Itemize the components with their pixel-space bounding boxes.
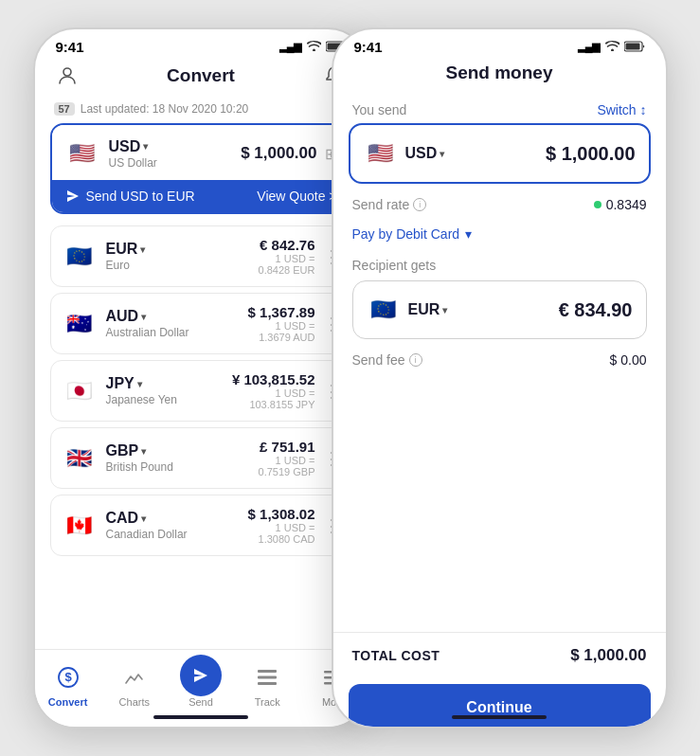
eur-flag-recipient: 🇪🇺 — [367, 293, 401, 327]
nav-item-send[interactable]: Send — [168, 657, 234, 708]
usd-flag-send: 🇺🇸 — [364, 136, 398, 171]
nav-label-charts: Charts — [119, 696, 150, 708]
continue-button[interactable]: Continue — [349, 684, 651, 729]
wifi-icon-right — [605, 41, 619, 53]
total-cost-row: TOTAL COST $ 1,000.00 — [333, 632, 666, 678]
nav-item-track[interactable]: Track — [234, 657, 300, 708]
view-quote-link[interactable]: View Quote > — [257, 189, 336, 204]
list-item[interactable]: 🇯🇵 JPY ▾ Japanese Yen ¥ 103,815.52 1 USD… — [50, 360, 352, 422]
recipient-gets-label: Recipient gets — [352, 258, 647, 273]
main-currency-top: 🇺🇸 USD ▾ US Dollar $ 1,000.00 ⊞ — [52, 125, 350, 180]
nav-item-charts[interactable]: Charts — [101, 657, 168, 708]
you-send-label-row: You send Switch ↕ — [333, 93, 666, 123]
cad-flag: 🇨🇦 — [63, 509, 97, 543]
aud-amount: $ 1,367.89 — [248, 304, 315, 320]
send-fee-value: $ 0.00 — [610, 352, 647, 368]
last-updated-text: Last updated: 18 Nov 2020 10:20 — [81, 102, 248, 116]
send-input-card: 🇺🇸 USD ▾ $ 1,000.00 — [349, 123, 651, 184]
jpy-rate: 1 USD =103.8155 JPY — [232, 387, 315, 410]
list-item[interactable]: 🇦🇺 AUD ▾ Australian Dollar $ 1,367.89 1 … — [50, 293, 352, 354]
send-amount: $ 1,000.00 — [546, 143, 636, 165]
gbp-rate: 1 USD =0.7519 GBP — [259, 455, 315, 477]
rate-info-icon: i — [413, 198, 426, 211]
send-currency-code: USD ▾ — [405, 145, 445, 162]
status-time-right: 9:41 — [354, 39, 383, 55]
gbp-amount: £ 751.91 — [259, 439, 315, 455]
currency-left: 🇺🇸 USD ▾ US Dollar — [65, 136, 157, 171]
status-bar-right: 9:41 ▂▄▆ — [333, 29, 666, 59]
svg-rect-6 — [258, 676, 277, 679]
header-left: Convert — [35, 59, 368, 99]
send-input-row: 🇺🇸 USD ▾ $ 1,000.00 — [364, 136, 636, 171]
usd-chevron-icon: ▾ — [143, 141, 148, 152]
recipient-chevron-icon: ▾ — [442, 305, 447, 315]
jpy-name: Japanese Yen — [106, 393, 177, 406]
send-money-title: Send money — [446, 63, 553, 83]
pay-method-row: Pay by Debit Card ▾ — [333, 222, 666, 252]
last-updated-bar: 57 Last updated: 18 Nov 2020 10:20 — [35, 99, 368, 123]
cad-name: Canadian Dollar — [106, 528, 188, 541]
send-rate-row: Send rate i 0.8349 — [333, 188, 666, 222]
recipient-amount: € 834.90 — [559, 299, 633, 321]
jpy-code: JPY ▾ — [106, 375, 177, 392]
nav-label-send: Send — [188, 696, 213, 708]
usd-name: US Dollar — [109, 156, 157, 170]
send-button-icon — [180, 655, 222, 696]
main-currency-bottom[interactable]: Send USD to EUR View Quote > — [52, 180, 350, 212]
pay-method-chevron-icon: ▾ — [465, 226, 472, 242]
list-item[interactable]: 🇨🇦 CAD ▾ Canadian Dollar $ 1,308.02 1 US… — [50, 495, 352, 556]
home-indicator-right — [452, 715, 547, 719]
send-fee-row: Send fee i $ 0.00 — [333, 343, 666, 377]
you-send-label: You send — [352, 102, 407, 117]
cad-rate: 1 USD =1.3080 CAD — [248, 522, 315, 545]
eur-name: Euro — [106, 259, 146, 272]
right-phone: 9:41 ▂▄▆ Send money You send Switch ↕ — [332, 27, 668, 729]
home-indicator — [153, 715, 248, 719]
send-currency-chevron-icon: ▾ — [440, 149, 444, 159]
main-currency-card: 🇺🇸 USD ▾ US Dollar $ 1,000.00 ⊞ — [50, 123, 352, 214]
usd-amount: $ 1,000.00 — [241, 144, 316, 163]
nav-label-track: Track — [255, 696, 280, 708]
update-badge: 57 — [54, 102, 75, 116]
send-currency-selector[interactable]: 🇺🇸 USD ▾ — [364, 136, 445, 171]
list-item[interactable]: 🇪🇺 EUR ▾ Euro € 842.76 1 USD =0.8428 EUR… — [50, 225, 352, 287]
usd-code[interactable]: USD ▾ — [109, 138, 157, 155]
nav-label-convert: Convert — [48, 696, 88, 708]
send-fee-label: Send fee i — [352, 352, 422, 368]
status-icons-right: ▂▄▆ — [578, 41, 645, 54]
green-dot-icon — [594, 201, 601, 208]
eur-code: EUR ▾ — [106, 241, 146, 258]
battery-icon-right — [624, 41, 645, 54]
gbp-code: GBP ▾ — [106, 442, 173, 459]
usd-flag: 🇺🇸 — [65, 136, 99, 171]
fee-info-icon: i — [409, 353, 422, 367]
eur-amount: € 842.76 — [259, 237, 315, 253]
svg-rect-7 — [258, 682, 277, 685]
total-cost-label: TOTAL COST — [352, 648, 440, 663]
aud-name: Australian Dollar — [106, 326, 189, 339]
switch-button[interactable]: Switch ↕ — [597, 102, 646, 117]
wifi-icon — [307, 41, 321, 53]
svg-rect-5 — [258, 670, 277, 673]
send-label: Send USD to EUR — [65, 189, 195, 204]
nav-item-convert[interactable]: $ Convert — [35, 657, 101, 708]
signal-icon: ▂▄▆ — [279, 41, 302, 53]
eur-flag: 🇪🇺 — [63, 240, 97, 274]
recipient-card: 🇪🇺 EUR ▾ € 834.90 — [352, 280, 647, 339]
pay-method-selector[interactable]: Pay by Debit Card ▾ — [352, 226, 473, 242]
list-item[interactable]: 🇬🇧 GBP ▾ British Pound £ 751.91 1 USD =0… — [50, 427, 352, 489]
eur-rate: 1 USD =0.8428 EUR — [259, 253, 315, 276]
recipient-currency-selector[interactable]: 🇪🇺 EUR ▾ — [367, 293, 448, 327]
user-icon[interactable] — [54, 63, 81, 89]
send-money-header: Send money — [333, 59, 666, 93]
usd-info: USD ▾ US Dollar — [109, 138, 157, 170]
aud-flag: 🇦🇺 — [63, 307, 97, 341]
currency-list: 🇪🇺 EUR ▾ Euro € 842.76 1 USD =0.8428 EUR… — [35, 220, 368, 562]
send-money-content: You send Switch ↕ 🇺🇸 USD ▾ $ 1,000.00 — [333, 93, 666, 729]
cad-amount: $ 1,308.02 — [248, 506, 315, 522]
cad-code: CAD ▾ — [106, 510, 188, 527]
aud-rate: 1 USD =1.3679 AUD — [248, 320, 315, 343]
status-bar-left: 9:41 ▂▄▆ — [35, 29, 368, 59]
aud-code: AUD ▾ — [106, 308, 189, 325]
jpy-flag: 🇯🇵 — [63, 374, 97, 408]
